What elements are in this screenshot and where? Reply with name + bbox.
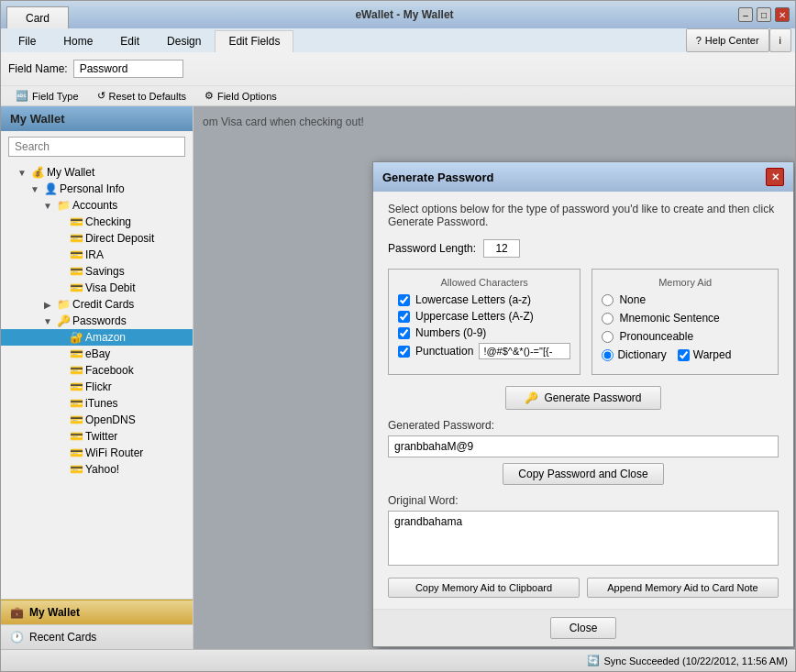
right-panel: om Visa card when checking out! Generate… [193, 106, 795, 649]
generate-icon: 🔑 [525, 391, 538, 404]
field-type-item[interactable]: 🔤 Field Type [8, 88, 86, 104]
tree-item-visadebit[interactable]: 💳 Visa Debit [1, 280, 193, 296]
modal-description: Select options below for the type of pas… [388, 203, 779, 228]
tree-item-itunes[interactable]: 💳 iTunes [1, 395, 193, 412]
tree-item-yahoo[interactable]: 💳 Yahoo! [1, 461, 193, 478]
generated-password-input[interactable] [388, 435, 779, 457]
uppercase-checkbox[interactable] [398, 311, 410, 323]
tree-label: My Wallet [47, 166, 189, 179]
reset-defaults-item[interactable]: ↺ Reset to Defaults [90, 88, 193, 104]
none-radio[interactable] [602, 294, 614, 306]
tab-file[interactable]: File [5, 30, 50, 52]
card-icon: 💳 [69, 347, 83, 360]
expander-icon: ▼ [28, 184, 41, 194]
tree-label: Checking [85, 215, 189, 228]
wallet-icon: 💰 [30, 166, 45, 179]
lowercase-row: Lowercase Letters (a-z) [398, 293, 570, 306]
tab-edit[interactable]: Edit [106, 30, 153, 52]
card-icon: 💳 [69, 430, 83, 443]
password-length-row: Password Length: [388, 239, 779, 258]
allowed-chars-title: Allowed Characters [398, 277, 570, 288]
search-input[interactable] [8, 137, 185, 157]
tab-design[interactable]: Design [153, 30, 215, 52]
my-wallet-tab[interactable]: 💼 My Wallet [1, 600, 193, 624]
card-tab[interactable]: Card [6, 6, 69, 28]
tree-item-directdeposit[interactable]: 💳 Direct Deposit [1, 230, 193, 247]
help-center-button[interactable]: ? Help Center [686, 28, 769, 52]
card-icon: 💳 [69, 463, 83, 476]
generate-password-button[interactable]: 🔑 Generate Password [505, 386, 660, 410]
tree-label: Accounts [72, 199, 189, 212]
warped-checkbox[interactable] [678, 349, 690, 361]
tree-item-ebay[interactable]: 💳 eBay [1, 346, 193, 362]
allowed-chars-group: Allowed Characters Lowercase Letters (a-… [388, 269, 580, 375]
lowercase-checkbox[interactable] [398, 294, 410, 306]
tree-label: Savings [85, 265, 189, 278]
tree-label: Twitter [85, 430, 189, 443]
window-title: eWallet - My Wallet [71, 8, 738, 21]
numbers-label: Numbers (0-9) [415, 326, 486, 339]
tree-item-creditcards[interactable]: ▶ 📁 Credit Cards [1, 296, 193, 313]
dictionary-label: Dictionary [617, 348, 666, 361]
field-options-item[interactable]: ⚙ Field Options [197, 88, 284, 104]
close-button[interactable]: ✕ [775, 7, 790, 22]
tree-item-passwords[interactable]: ▼ 🔑 Passwords [1, 313, 193, 329]
tree-item-ira[interactable]: 💳 IRA [1, 247, 193, 263]
original-word-label: Original Word: [388, 494, 779, 507]
numbers-row: Numbers (0-9) [398, 326, 570, 339]
help-icon: ? [696, 35, 702, 46]
modal-close-button[interactable]: ✕ [766, 168, 784, 186]
tree-item-opendns[interactable]: 💳 OpenDNS [1, 412, 193, 428]
tree-item-twitter[interactable]: 💳 Twitter [1, 428, 193, 445]
generate-password-modal: Generate Password ✕ Select options below… [372, 161, 794, 647]
punctuation-checkbox[interactable] [398, 346, 410, 358]
close-modal-button[interactable]: Close [550, 617, 617, 639]
field-name-input[interactable] [73, 60, 183, 78]
uppercase-label: Uppercase Letters (A-Z) [415, 310, 534, 323]
tree-item-wifirouter[interactable]: 💳 WiFi Router [1, 445, 193, 461]
dictionary-radio[interactable] [602, 349, 614, 361]
modal-overlay: Generate Password ✕ Select options below… [193, 106, 795, 649]
tree-item-amazon[interactable]: 🔐 Amazon [1, 329, 193, 346]
tree-item-mywallet[interactable]: ▼ 💰 My Wallet [1, 164, 193, 181]
tree-label: Credit Cards [72, 298, 189, 311]
tree-label: OpenDNS [85, 413, 189, 426]
chars-aid-row: Allowed Characters Lowercase Letters (a-… [388, 269, 779, 375]
pronounceable-radio[interactable] [602, 331, 614, 343]
tab-home[interactable]: Home [50, 30, 106, 52]
card-icon: 💳 [69, 265, 83, 278]
append-memory-aid-button[interactable]: Append Memory Aid to Card Note [587, 578, 779, 598]
pwd-length-label: Password Length: [388, 242, 476, 255]
modal-footer: Close [373, 609, 793, 646]
tree-item-personalinfo[interactable]: ▼ 👤 Personal Info [1, 181, 193, 197]
punctuation-input[interactable] [479, 343, 570, 359]
title-bar-left: Card [6, 1, 71, 28]
title-bar-controls: – □ ✕ [738, 7, 790, 22]
card-icon: 💳 [69, 446, 83, 459]
field-name-row: Field Name: [8, 60, 183, 78]
numbers-checkbox[interactable] [398, 327, 410, 339]
copy-password-close-button[interactable]: Copy Password and Close [503, 463, 663, 485]
mnemonic-radio[interactable] [602, 313, 614, 325]
modal-title-bar: Generate Password ✕ [373, 162, 793, 192]
copy-memory-aid-button[interactable]: Copy Memory Aid to Clipboard [388, 578, 580, 598]
tree-item-accounts[interactable]: ▼ 📁 Accounts [1, 197, 193, 214]
main-window: Card eWallet - My Wallet – □ ✕ File Home… [0, 0, 796, 672]
minimize-button[interactable]: – [738, 7, 753, 22]
info-button[interactable]: i [769, 28, 791, 52]
tree-label: Passwords [72, 314, 189, 327]
tree-item-flickr[interactable]: 💳 Flickr [1, 379, 193, 395]
password-length-input[interactable] [483, 239, 520, 258]
recent-cards-tab[interactable]: 🕐 Recent Cards [1, 624, 193, 649]
person-icon: 👤 [43, 182, 58, 195]
original-word-input[interactable]: grandbahama [388, 511, 779, 566]
tab-edit-fields[interactable]: Edit Fields [215, 30, 293, 52]
tree-item-facebook[interactable]: 💳 Facebook [1, 362, 193, 379]
title-tabs: Card [6, 1, 71, 28]
tree-item-checking[interactable]: 💳 Checking [1, 214, 193, 230]
card-icon: 💳 [69, 380, 83, 393]
folder-icon: 📁 [56, 199, 71, 212]
maximize-button[interactable]: □ [757, 7, 771, 22]
tree-item-savings[interactable]: 💳 Savings [1, 263, 193, 280]
expander-icon: ▼ [41, 316, 54, 326]
